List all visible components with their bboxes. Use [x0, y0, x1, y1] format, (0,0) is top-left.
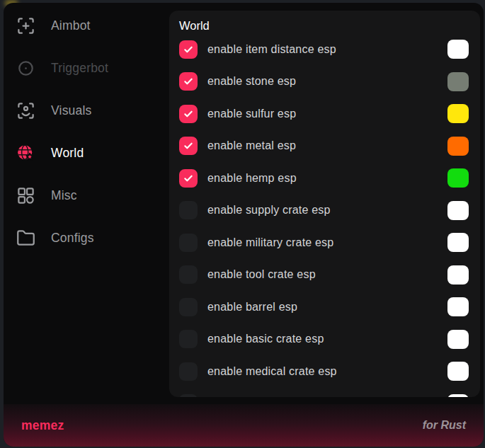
checkbox-enable-supply-crate-esp[interactable] [179, 201, 198, 219]
color-swatch-enable-metal-esp[interactable] [447, 137, 469, 156]
esp-options-list: enable item distance espenable stone esp… [179, 33, 469, 397]
misc-shapes-icon [16, 185, 35, 205]
checkbox-enable-hemp-esp[interactable] [179, 169, 198, 188]
color-swatch-partial[interactable] [447, 394, 469, 397]
sidebar-item-label: Visuals [51, 103, 92, 118]
brand-for-rust: for Rust [423, 419, 466, 432]
color-swatch-enable-sulfur-esp[interactable] [447, 104, 469, 123]
configs-folder-icon [16, 228, 35, 248]
esp-row: enable sulfur esp [179, 98, 469, 130]
cheat-menu-window: Aimbot Triggerbot Visuals [4, 3, 484, 447]
visuals-face-scan-icon [16, 100, 35, 120]
esp-row: enable hemp esp [179, 162, 469, 195]
color-swatch-enable-item-distance-esp[interactable] [447, 40, 469, 59]
checkmark-icon [183, 140, 194, 151]
color-swatch-enable-medical-crate-esp[interactable] [447, 362, 469, 381]
esp-row-label: enable barrel esp [207, 301, 447, 314]
esp-row: enable metal esp [179, 130, 469, 163]
world-panel: World enable item distance espenable sto… [169, 11, 480, 397]
esp-row: enable barrel esp [179, 291, 469, 323]
checkmark-icon [183, 108, 194, 120]
esp-row-label: enable military crate esp [207, 236, 447, 249]
esp-row-label: enable medical crate esp [207, 365, 447, 378]
sidebar-item-label: Misc [51, 188, 77, 203]
color-swatch-enable-stone-esp[interactable] [447, 72, 469, 91]
checkbox-enable-metal-esp[interactable] [179, 137, 198, 155]
esp-row-label: enable hemp esp [207, 172, 447, 185]
checkbox-enable-sulfur-esp[interactable] [179, 105, 198, 123]
esp-row-label: enable sulfur esp [207, 108, 447, 120]
color-swatch-enable-tool-crate-esp[interactable] [447, 265, 469, 285]
color-swatch-enable-barrel-esp[interactable] [447, 297, 469, 316]
checkbox-enable-medical-crate-esp[interactable] [179, 362, 198, 381]
esp-row-label: enable basic crate esp [207, 333, 447, 345]
panel-title: World [179, 18, 469, 33]
world-globe-icon [16, 143, 35, 163]
checkmark-icon [183, 76, 194, 87]
checkbox-enable-barrel-esp[interactable] [179, 298, 198, 316]
checkbox-enable-tool-crate-esp[interactable] [179, 265, 198, 284]
sidebar-item-label: World [51, 146, 84, 161]
sidebar-item-configs[interactable]: Configs [4, 217, 169, 259]
brand-memez: memez [21, 418, 64, 433]
color-swatch-enable-hemp-esp[interactable] [447, 168, 469, 188]
color-swatch-enable-supply-crate-esp[interactable] [447, 201, 469, 220]
esp-row: enable medical crate esp [179, 355, 469, 388]
sidebar-item-world[interactable]: World [4, 132, 169, 174]
sidebar-item-misc[interactable]: Misc [4, 174, 169, 217]
sidebar-item-triggerbot[interactable]: Triggerbot [4, 47, 169, 89]
footer: memez for Rust [4, 404, 484, 447]
esp-row-label: enable stone esp [207, 75, 447, 88]
color-swatch-enable-basic-crate-esp[interactable] [447, 330, 469, 349]
checkbox-partial[interactable] [179, 394, 198, 397]
sidebar-item-label: Configs [51, 231, 94, 246]
esp-row-label: enable item distance esp [207, 43, 447, 56]
sidebar-item-label: Aimbot [51, 18, 91, 33]
sidebar: Aimbot Triggerbot Visuals [4, 4, 169, 259]
esp-row [179, 388, 469, 398]
checkmark-icon [183, 44, 194, 55]
esp-row-label: enable supply crate esp [207, 204, 447, 217]
esp-row: enable supply crate esp [179, 195, 469, 227]
checkbox-enable-item-distance-esp[interactable] [179, 40, 198, 59]
checkbox-enable-stone-esp[interactable] [179, 72, 198, 91]
esp-row-label: enable metal esp [207, 139, 447, 152]
checkbox-enable-military-crate-esp[interactable] [179, 234, 198, 252]
sidebar-item-visuals[interactable]: Visuals [4, 89, 169, 132]
checkmark-icon [183, 173, 194, 184]
esp-row: enable basic crate esp [179, 323, 469, 356]
triggerbot-circle-icon [16, 58, 35, 78]
sidebar-item-aimbot[interactable]: Aimbot [4, 4, 169, 47]
esp-row: enable item distance esp [179, 33, 469, 66]
esp-row: enable stone esp [179, 66, 469, 98]
esp-row: enable military crate esp [179, 226, 469, 259]
sidebar-item-label: Triggerbot [51, 61, 108, 76]
checkbox-enable-basic-crate-esp[interactable] [179, 330, 198, 348]
aimbot-crosshair-icon [16, 16, 35, 35]
esp-row: enable tool crate esp [179, 259, 469, 292]
color-swatch-enable-military-crate-esp[interactable] [447, 233, 469, 252]
esp-row-label: enable tool crate esp [207, 268, 447, 281]
